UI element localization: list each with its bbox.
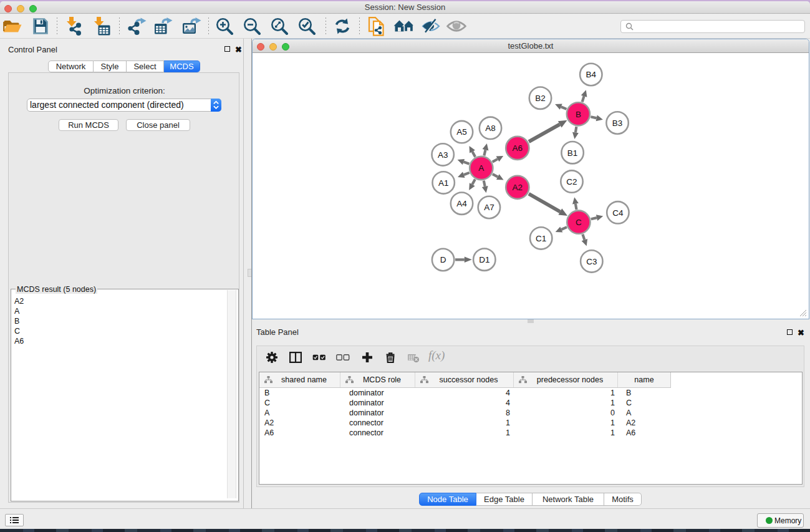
svg-text:A7: A7: [484, 203, 494, 212]
svg-text:C3: C3: [586, 257, 597, 266]
svg-text:B: B: [576, 110, 581, 119]
svg-text:B4: B4: [586, 70, 597, 79]
svg-text:C4: C4: [612, 208, 624, 218]
svg-text:A5: A5: [456, 127, 467, 137]
svg-text:B3: B3: [612, 118, 623, 128]
svg-text:A3: A3: [438, 150, 448, 160]
svg-text:C2: C2: [566, 177, 577, 186]
svg-text:C: C: [576, 218, 582, 227]
svg-text:A4: A4: [456, 199, 467, 208]
svg-text:A2: A2: [513, 183, 523, 192]
svg-text:B2: B2: [535, 94, 546, 103]
svg-text:A6: A6: [513, 143, 523, 153]
svg-text:C1: C1: [536, 234, 546, 243]
svg-text:D: D: [440, 255, 446, 264]
svg-text:A1: A1: [438, 178, 449, 188]
svg-text:B1: B1: [567, 148, 578, 158]
svg-text:A8: A8: [485, 123, 496, 133]
svg-text:D1: D1: [479, 255, 489, 264]
svg-text:A: A: [478, 163, 484, 173]
